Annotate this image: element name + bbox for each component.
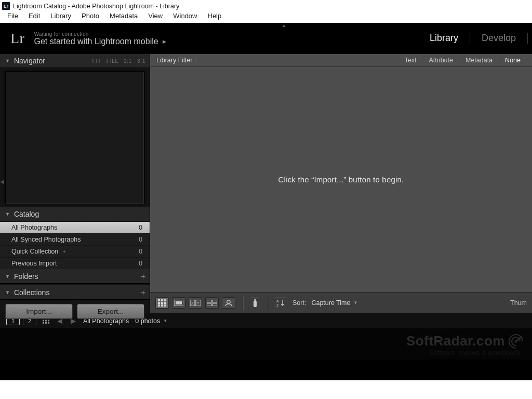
grid-view[interactable]: Click the “Import...” button to begin. — [150, 67, 532, 292]
sort-direction-icon[interactable]: AZ — [275, 297, 286, 309]
module-library[interactable]: Library — [430, 33, 458, 45]
navigator-preview[interactable] — [5, 71, 144, 204]
menubar: File Edit Library Photo Metadata View Wi… — [0, 11, 532, 23]
menu-metadata[interactable]: Metadata — [104, 11, 143, 21]
svg-point-19 — [227, 300, 230, 303]
collections-title: Collections — [14, 288, 49, 297]
catalog-item-count: 0 — [139, 248, 142, 255]
svg-rect-2 — [164, 299, 166, 301]
thumbnail-size-label: Thum — [510, 299, 527, 307]
window-titlebar: Lightroom Catalog - Adobe Photoshop Ligh… — [0, 0, 532, 11]
zoom-fill[interactable]: FILL — [107, 58, 118, 64]
filter-attribute[interactable]: Attribute — [422, 57, 459, 64]
chevron-down-icon: ▼ — [5, 211, 10, 217]
menu-library[interactable]: Library — [45, 11, 76, 21]
loupe-view-icon[interactable] — [172, 297, 185, 309]
top-panel-toggle-icon[interactable]: ▲ — [282, 23, 286, 28]
svg-rect-28 — [45, 320, 47, 321]
svg-text:A: A — [276, 299, 279, 303]
lightroom-mobile-cta-label: Get started with Lightroom mobile — [34, 37, 158, 46]
svg-rect-6 — [158, 304, 160, 307]
menu-window[interactable]: Window — [168, 11, 202, 21]
svg-rect-10 — [176, 301, 182, 304]
empty-grid-message: Click the “Import...” button to begin. — [278, 175, 404, 184]
svg-rect-5 — [164, 302, 166, 304]
catalog-item-all-synced[interactable]: All Synced Photographs 0 — [0, 233, 150, 245]
svg-text:Z: Z — [276, 303, 279, 307]
svg-rect-0 — [158, 299, 160, 301]
chevron-down-icon: ▼ — [5, 290, 10, 295]
module-develop[interactable]: Develop — [482, 33, 516, 45]
chevron-down-icon: ▼ — [163, 318, 167, 323]
catalog-header[interactable]: ▼ Catalog — [0, 207, 150, 221]
navigator-header[interactable]: ▼ Navigator FIT FILL 1:1 3:1 — [0, 54, 150, 68]
menu-view[interactable]: View — [143, 11, 168, 21]
folders-title: Folders — [14, 272, 38, 281]
window-title: Lightroom Catalog - Adobe Photoshop Ligh… — [13, 3, 179, 10]
catalog-item-label: All Synced Photographs — [11, 236, 81, 243]
menu-photo[interactable]: Photo — [76, 11, 104, 21]
watermark-subtitle: Software reviews & downloads — [429, 349, 521, 356]
chevron-down-icon: ▼ — [5, 58, 10, 63]
zoom-1-1[interactable]: 1:1 — [124, 58, 132, 64]
svg-text:Y: Y — [197, 301, 200, 305]
catalog-item-label: Previous Import — [11, 260, 57, 267]
library-toolbar: XY AZ Sort: — [150, 292, 532, 313]
menu-file[interactable]: File — [2, 11, 23, 21]
lightroom-logo: Lr — [10, 30, 24, 47]
svg-rect-15 — [207, 300, 211, 302]
library-filter-label: Library Filter : — [156, 57, 196, 64]
catalog-list: All Photographs 0 All Synced Photographs… — [0, 221, 150, 269]
survey-view-icon[interactable] — [205, 297, 219, 309]
svg-text:X: X — [191, 301, 194, 305]
zoom-fit[interactable]: FIT — [92, 58, 101, 64]
sort-dropdown[interactable]: Capture Time ▼ — [311, 299, 357, 307]
chevron-down-icon: ▼ — [353, 300, 357, 305]
zoom-3-1[interactable]: 3:1 — [137, 58, 145, 64]
export-button[interactable]: Export... — [77, 304, 144, 319]
chevron-down-icon: ▼ — [5, 274, 10, 279]
add-folder-icon[interactable]: + — [141, 272, 145, 281]
menu-help[interactable]: Help — [203, 11, 227, 21]
left-panel-collapse-icon[interactable]: ◀ — [0, 179, 4, 184]
menu-edit[interactable]: Edit — [23, 11, 45, 21]
plus-icon: + — [62, 248, 66, 255]
svg-rect-31 — [45, 322, 47, 324]
svg-rect-4 — [161, 302, 163, 304]
filter-text[interactable]: Text — [398, 57, 422, 64]
grid-view-icon[interactable] — [155, 297, 169, 309]
catalog-item-count: 0 — [139, 224, 142, 231]
svg-rect-32 — [48, 322, 49, 324]
watermark: SoftRadar.com — [406, 333, 524, 349]
folders-header[interactable]: ▼ Folders + — [0, 269, 150, 284]
svg-rect-16 — [212, 300, 217, 302]
catalog-item-quick-collection[interactable]: Quick Collection + 0 — [0, 245, 150, 257]
app-icon — [2, 2, 10, 10]
sort-value: Capture Time — [311, 299, 350, 307]
catalog-item-count: 0 — [139, 236, 142, 243]
catalog-item-label: All Photographs — [11, 224, 57, 231]
filter-none[interactable]: None — [499, 57, 527, 64]
filter-metadata[interactable]: Metadata — [459, 57, 499, 64]
radar-icon — [508, 334, 524, 349]
module-separator — [527, 33, 528, 44]
library-filter-bar: Library Filter : Text Attribute Metadata… — [150, 54, 532, 67]
svg-rect-17 — [207, 303, 211, 306]
toolbar-separator — [267, 296, 268, 310]
filmstrip[interactable]: SoftRadar.com Software reviews & downloa… — [0, 328, 532, 360]
watermark-brand: SoftRadar.com — [406, 333, 505, 349]
import-button[interactable]: Import... — [5, 304, 73, 319]
lightroom-mobile-cta[interactable]: Get started with Lightroom mobile ▶ — [34, 37, 166, 46]
collections-header[interactable]: ▼ Collections + — [0, 285, 150, 300]
compare-view-icon[interactable]: XY — [189, 297, 202, 309]
catalog-item-previous-import[interactable]: Previous Import 0 — [0, 257, 150, 269]
catalog-item-label: Quick Collection + — [11, 248, 66, 255]
people-view-icon[interactable] — [222, 297, 235, 309]
painter-icon[interactable] — [250, 297, 260, 309]
catalog-item-label-text: Quick Collection — [11, 248, 58, 255]
sort-label: Sort: — [292, 299, 306, 307]
add-collection-icon[interactable]: + — [141, 288, 145, 297]
catalog-item-all-photographs[interactable]: All Photographs 0 — [0, 221, 150, 233]
svg-rect-20 — [254, 301, 257, 307]
navigator-title: Navigator — [14, 57, 45, 65]
